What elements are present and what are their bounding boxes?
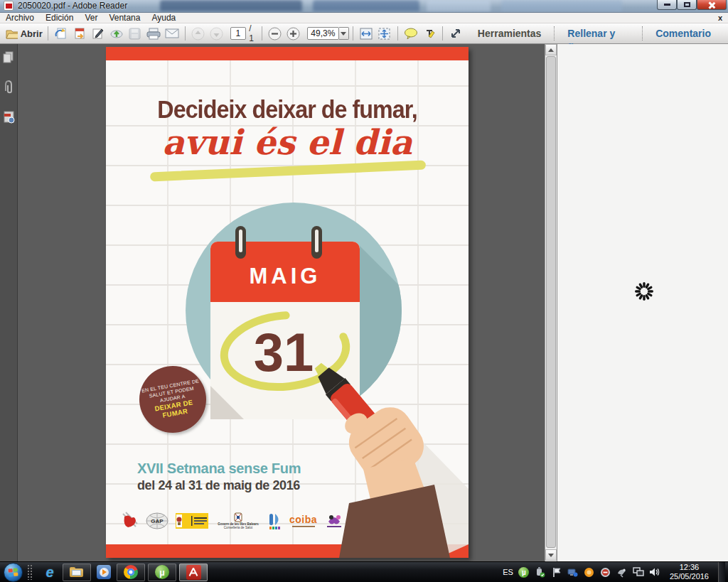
toolbar: Abrir 1 / 1 xyxy=(0,23,728,44)
calendar-pin-left xyxy=(235,226,246,259)
chrome-icon xyxy=(124,565,138,579)
arrow-down-icon xyxy=(548,554,554,557)
main-area: Decideix deixar de fumar, avui és el dia xyxy=(0,44,728,561)
email-button[interactable] xyxy=(163,25,181,42)
minimize-icon xyxy=(664,4,670,6)
taskbar-internet-explorer[interactable]: e xyxy=(38,563,61,582)
comment-bubble-icon xyxy=(404,28,418,39)
attachments-icon[interactable] xyxy=(4,80,14,95)
zoom-in-icon xyxy=(287,27,300,41)
language-indicator[interactable]: ES xyxy=(503,568,513,576)
menu-ventana[interactable]: Ventana xyxy=(103,13,146,23)
taskbar-adobe-reader[interactable] xyxy=(179,564,208,581)
taskbar-media-player[interactable] xyxy=(92,563,115,582)
clock[interactable]: 12:36 25/05/2016 xyxy=(665,563,713,581)
zoom-level-field[interactable]: 49,3% xyxy=(307,27,339,40)
share-file-button[interactable] xyxy=(52,25,70,42)
fit-page-icon xyxy=(378,27,391,41)
volume-icon[interactable] xyxy=(649,566,660,578)
chevron-down-icon xyxy=(341,32,346,36)
page-up-icon xyxy=(191,27,205,41)
highlighter-icon xyxy=(422,28,437,40)
close-icon xyxy=(708,1,715,9)
envelope-icon xyxy=(165,28,179,38)
open-file-label: Abrir xyxy=(21,28,43,39)
signatures-icon[interactable] xyxy=(3,111,15,124)
navigation-pane xyxy=(0,44,18,561)
scroll-down-button[interactable] xyxy=(545,549,557,561)
wireless-dish-icon[interactable] xyxy=(616,566,628,578)
minimize-button[interactable] xyxy=(657,0,677,10)
scrollbar-thumb[interactable] xyxy=(546,56,556,548)
svg-text:GAP: GAP xyxy=(151,518,164,524)
zoom-dropdown-button[interactable] xyxy=(339,27,349,40)
zoom-out-button[interactable] xyxy=(266,25,284,42)
vertical-scrollbar[interactable] xyxy=(545,44,557,561)
tools-button[interactable]: Herramientas xyxy=(465,26,555,41)
open-file-button[interactable]: Abrir xyxy=(4,25,44,42)
security-icon[interactable] xyxy=(600,566,611,578)
zoom-in-button[interactable] xyxy=(284,25,303,42)
page-number-field[interactable]: 1 xyxy=(230,27,247,40)
comment-button[interactable]: Comentario xyxy=(643,26,724,41)
bluetooth-device-icon[interactable] xyxy=(567,566,579,578)
sign-pen-icon xyxy=(92,27,105,40)
show-desktop-button[interactable] xyxy=(718,562,725,582)
close-button[interactable] xyxy=(697,0,727,10)
cloud-upload-button[interactable] xyxy=(107,25,126,42)
busy-spinner-icon xyxy=(633,281,655,302)
document-close-icon[interactable]: x xyxy=(718,14,722,22)
background-browser-tab xyxy=(313,0,419,11)
next-page-button[interactable] xyxy=(208,25,226,42)
action-center-flag-icon[interactable] xyxy=(551,566,562,578)
cloud-upload-icon xyxy=(109,28,124,39)
network-icon[interactable] xyxy=(633,566,644,578)
update-orange-icon[interactable] xyxy=(584,566,595,578)
export-pdf-button[interactable] xyxy=(70,25,89,42)
fit-page-button[interactable] xyxy=(375,25,394,42)
highlight-text-button[interactable] xyxy=(420,25,439,42)
taskbar-utorrent[interactable]: µ xyxy=(148,564,176,581)
document-pane: Decideix deixar de fumar, avui és el dia xyxy=(18,44,545,561)
taskbar-grip xyxy=(27,564,33,580)
fit-width-icon xyxy=(359,28,373,40)
previous-page-button[interactable] xyxy=(189,25,208,42)
start-button[interactable] xyxy=(4,563,23,582)
open-folder-icon xyxy=(6,28,18,39)
page-thumbnails-icon[interactable] xyxy=(3,51,14,64)
menu-ver[interactable]: Ver xyxy=(79,13,103,23)
menu-archivo[interactable]: Archivo xyxy=(0,13,40,23)
campaign-dates: del 24 al 31 de maig de 2016 xyxy=(137,478,300,493)
menu-ayuda[interactable]: Ayuda xyxy=(146,13,181,23)
fit-width-button[interactable] xyxy=(357,25,375,42)
print-button[interactable] xyxy=(144,25,163,42)
gap-globe-logo: GAP xyxy=(146,512,168,530)
clock-date: 25/05/2016 xyxy=(670,572,709,581)
fill-sign-button[interactable]: Rellenar y firmar xyxy=(555,26,642,41)
system-tray: ES µ xyxy=(503,562,728,582)
usb-device-icon[interactable] xyxy=(535,566,546,578)
reading-mode-button[interactable] xyxy=(446,25,465,42)
sponsor-logos-row: GAP Govern de les Illes Balears Conselle… xyxy=(120,506,454,536)
coiba-logo: coiba xyxy=(289,514,317,528)
utorrent-tray-icon[interactable]: µ xyxy=(518,566,530,578)
gobierno-de-espana-logo xyxy=(176,513,208,529)
taskbar: e µ ES µ xyxy=(0,561,728,582)
menu-edicion[interactable]: Edición xyxy=(40,13,79,23)
pdf-file-icon xyxy=(4,1,14,11)
clock-time: 12:36 xyxy=(670,563,709,572)
restore-icon xyxy=(684,2,690,7)
scroll-up-button[interactable] xyxy=(545,44,557,55)
taskbar-windows-explorer[interactable] xyxy=(63,564,91,581)
page-total-label: / 1 xyxy=(249,23,258,43)
coiba-logo-text: coiba xyxy=(289,514,317,525)
sticky-note-button[interactable] xyxy=(402,25,420,42)
restore-button[interactable] xyxy=(677,0,697,10)
sign-document-button[interactable] xyxy=(89,25,107,42)
background-browser-tab xyxy=(427,0,491,11)
save-file-button[interactable] xyxy=(126,25,144,42)
taskbar-chrome[interactable] xyxy=(117,564,145,581)
abic-logo xyxy=(324,512,344,530)
menu-bar: Archivo Edición Ver Ventana Ayuda x xyxy=(0,13,728,23)
atencio-primaria-logo xyxy=(120,511,139,531)
